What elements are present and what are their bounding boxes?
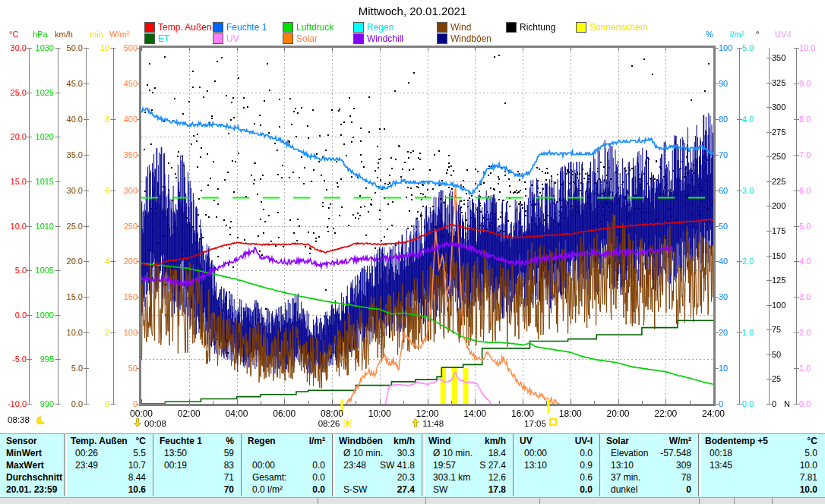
moonset-time: 08:38: [8, 415, 30, 425]
weather-station-day-view: Mittwoch, 20.01.2021 Temp. AußenFeuchte …: [0, 0, 825, 504]
legend-item-wind[interactable]: Wind: [437, 22, 471, 32]
table-cell-value: 20.3: [354, 472, 415, 483]
axis-unit-km/h: km/h: [55, 30, 73, 39]
table-row-label-Durchschnitt: Durchschnitt: [6, 472, 62, 483]
tick-°-300: 300: [772, 102, 799, 112]
x-tick-label-18:00: 18:00: [559, 409, 582, 419]
legend-item-sonnenschein[interactable]: Sonnenschein: [576, 22, 647, 32]
table-cell-value: 0.9: [532, 460, 593, 471]
tick-UV-I-8: 8.0: [799, 115, 825, 124]
tick-°C-0: 0.0: [0, 310, 27, 320]
tick-l/m²-5: 5.0: [742, 43, 770, 52]
table-col-title: Regen: [248, 436, 276, 446]
legend-item-richtung[interactable]: Richtung: [506, 22, 555, 32]
table-column-separator: [332, 434, 335, 496]
table-column-separator: [599, 434, 602, 496]
axis-unit-hPa: hPa: [33, 30, 48, 39]
tick-l/m²-3: 3.0: [742, 186, 770, 195]
tick-min-8: 8: [79, 115, 109, 124]
table-cell-value: 30.3: [354, 448, 415, 458]
x-tick-label-16:00: 16:00: [511, 409, 534, 419]
et-legend-swatch: [144, 33, 155, 44]
table-cell-value: 10.0: [757, 460, 817, 471]
uv-legend-label: UV: [226, 33, 239, 44]
tick-km/h-0: 0.0: [52, 399, 83, 408]
table-col-unit: km/h: [369, 436, 415, 446]
tick-km/h-45: 45.0: [52, 79, 83, 88]
tick-°-225: 225: [772, 177, 799, 186]
table-cell-value: 10.7: [85, 460, 146, 471]
tick-°-125: 125: [772, 276, 799, 285]
temp-aussen-legend-label: Temp. Außen: [158, 22, 212, 33]
table-cell-value: 70: [173, 484, 234, 495]
table-cell-value: 10.0: [757, 484, 817, 495]
tick-°C--5: -5.0: [0, 354, 27, 364]
luftdruck-legend-label: Luftdruck: [296, 22, 333, 33]
table-cell-value: 78: [631, 472, 691, 483]
legend-item-solar[interactable]: Solar: [283, 33, 318, 43]
table-col-unit: °C: [772, 436, 817, 446]
x-tick-label-04:00: 04:00: [225, 409, 248, 419]
legend-item-uv[interactable]: UV: [213, 33, 239, 43]
tick-hPa-1010: 1010: [24, 222, 54, 231]
x-tick-label-06:00: 06:00: [273, 409, 296, 419]
table-cell-value: 0.0: [264, 472, 325, 483]
tick-l/m²-1: 1.0: [742, 328, 770, 337]
tick-°-275: 275: [772, 128, 799, 137]
feuchte-1-legend-label: Feuchte 1: [226, 22, 267, 33]
table-col-unit: W/m²: [646, 436, 691, 446]
table-row-label-Sensor: Sensor: [6, 436, 37, 446]
windchill-legend-label: Windchill: [367, 33, 403, 44]
axis-unit-°: °: [756, 30, 759, 39]
marker-time-08:26: 08:26: [311, 419, 340, 429]
status-separator: [425, 498, 426, 504]
legend-item-feuchte-1[interactable]: Feuchte 1: [213, 22, 267, 32]
tick-hPa-1015: 1015: [24, 177, 54, 186]
status-separator: [539, 498, 540, 504]
legend-item-regen[interactable]: Regen: [353, 22, 394, 32]
table-cell-value: 71: [173, 472, 234, 483]
tick-UV-I-3: 3.0: [799, 292, 825, 301]
luftdruck-legend-swatch: [283, 22, 293, 33]
tick-°-50: 50: [772, 350, 799, 359]
tick-°-325: 325: [772, 78, 799, 87]
table-cell-value: 0.6: [532, 472, 593, 483]
weather-chart-plot: [0, 0, 825, 504]
axis-unit-%: %: [706, 30, 713, 39]
legend-item-windchill[interactable]: Windchill: [353, 33, 403, 43]
legend-item-temp-aussen[interactable]: Temp. Außen: [144, 22, 212, 32]
richtung-legend-swatch: [506, 22, 517, 33]
table-cell-time: 00:18: [710, 448, 732, 458]
legend-item-et[interactable]: ET: [144, 33, 169, 43]
table-cell-value: -57.548: [631, 448, 691, 458]
tick-W/m²-400: 400: [107, 115, 138, 124]
tick-%-70: 70: [719, 150, 746, 159]
table-col-title: Wind: [428, 436, 450, 446]
tick-°C-5: 5.0: [0, 266, 27, 275]
windboeen-legend-label: Windböen: [450, 33, 492, 44]
legend-item-luftdruck[interactable]: Luftdruck: [283, 22, 333, 32]
sonnenschein-legend-label: Sonnenschein: [590, 22, 647, 33]
richtung-legend-label: Richtung: [520, 22, 555, 33]
tick-UV-I-4: 4.0: [799, 257, 825, 266]
tick-UV-I-2: 2.0: [799, 328, 825, 337]
status-separator: [318, 498, 318, 504]
status-separator: [772, 498, 773, 504]
table-row-label-MinWert: MinWert: [6, 448, 42, 458]
square-icon: [549, 418, 557, 428]
table-col-title: Solar: [606, 436, 629, 446]
table-cell-value: 0.0: [532, 484, 593, 495]
tick-%-30: 30: [719, 292, 746, 301]
tick-°-200: 200: [772, 201, 799, 210]
tick-°-75: 75: [772, 325, 799, 334]
x-tick-label-22:00: 22:00: [654, 409, 677, 419]
status-separator: [699, 498, 700, 504]
tick-l/m²-4: 4.0: [742, 115, 770, 124]
tick-km/h-40: 40.0: [52, 115, 83, 124]
et-legend-label: ET: [158, 33, 169, 44]
tick-km/h-5: 5.0: [52, 364, 83, 373]
feuchte-1-legend-swatch: [213, 22, 223, 33]
legend-item-windboeen[interactable]: Windböen: [437, 33, 492, 43]
x-tick-label-14:00: 14:00: [463, 409, 486, 419]
tick-min-4: 4: [79, 257, 109, 266]
